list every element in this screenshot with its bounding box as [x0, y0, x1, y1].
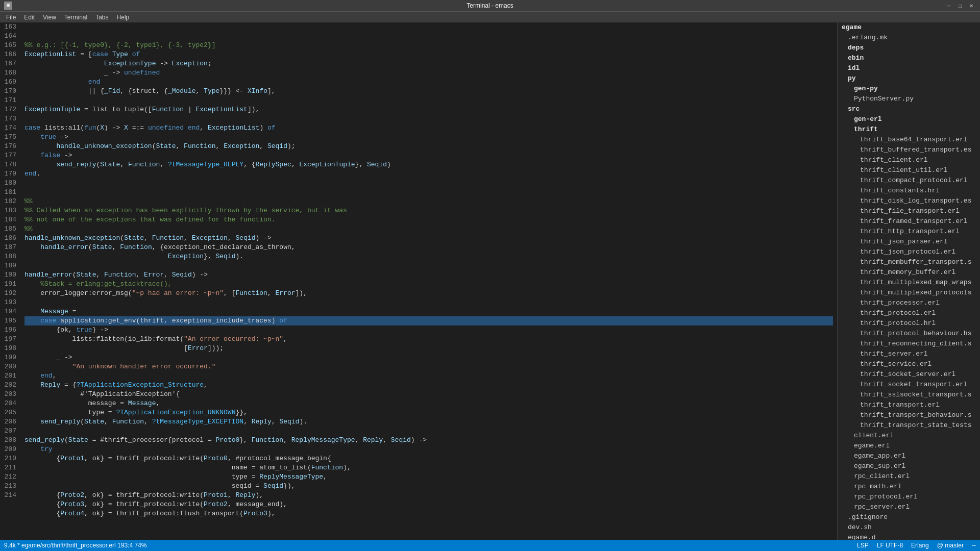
menu-item-view[interactable]: View	[39, 13, 60, 22]
code-line-202: message = Message,	[24, 399, 833, 408]
line-number-166: 166	[2, 50, 16, 59]
tree-item-gen-erl[interactable]: gen-erl	[838, 114, 980, 124]
code-line-166: _ -> undefined	[24, 68, 833, 78]
code-line-189: %Stack = erlang:get_stacktrace(),	[24, 280, 833, 289]
line-number-192: 192	[2, 289, 16, 298]
line-number-212: 212	[2, 472, 16, 482]
line-number-167: 167	[2, 59, 16, 68]
code-line-212: {Proto2, ok} = thrift_protocol:write(Pro…	[24, 491, 833, 500]
tree-item-thrift-json-protocol-erl[interactable]: thrift_json_protocol.erl	[838, 247, 980, 257]
tree-item-rpc-protocol-erl[interactable]: rpc_protocol.erl	[838, 492, 980, 502]
tree-item-egame-app-erl[interactable]: egame_app.erl	[838, 451, 980, 461]
line-number-174: 174	[2, 123, 16, 133]
tree-item-thrift-membuffer-transport-s[interactable]: thrift_membuffer_transport.s	[838, 257, 980, 267]
tree-item-thrift-transport-behaviour-s[interactable]: thrift_transport_behaviour.s	[838, 410, 980, 420]
code-line-180: %%	[24, 197, 833, 206]
line-number-177: 177	[2, 151, 16, 160]
tree-item-thrift-socket-transport-erl[interactable]: thrift_socket_transport.erl	[838, 380, 980, 390]
tree-item-thrift-sslsocket-transport-s[interactable]: thrift_sslsocket_transport.s	[838, 390, 980, 400]
code-line-208: {Proto1, ok} = thrift_protocol:write(Pro…	[24, 454, 833, 463]
code-line-173: true ->	[24, 133, 833, 142]
line-number-183: 183	[2, 206, 16, 215]
tree-item-thrift-transport-state-tests[interactable]: thrift_transport_state_tests	[838, 420, 980, 431]
line-number-171: 171	[2, 96, 16, 105]
tree-item-client-erl[interactable]: client.erl	[838, 431, 980, 441]
tree-item-thrift-framed-transport-erl[interactable]: thrift_framed_transport.erl	[838, 216, 980, 227]
tree-item-thrift-protocol-behaviour-hs[interactable]: thrift_protocol_behaviour.hs	[838, 329, 980, 339]
main-area: 1631641651661671681691701711721731741751…	[0, 22, 980, 540]
tree-item-thrift-json-parser-erl[interactable]: thrift_json_parser.erl	[838, 237, 980, 247]
tree-item-thrift-multiplexed-protocols[interactable]: thrift_multiplexed_protocols	[838, 288, 980, 298]
code-line-179	[24, 188, 833, 197]
tree-item-thrift-buffered-transport-es[interactable]: thrift_buffered_transport.es	[838, 145, 980, 155]
line-number-213: 213	[2, 482, 16, 491]
tree-item-deps[interactable]: deps	[838, 43, 980, 53]
tree-item-thrift-multiplexed-map-wraps[interactable]: thrift_multiplexed_map_wraps	[838, 278, 980, 288]
code-line-200: Reply = {?TApplicationException_Structur…	[24, 381, 833, 390]
code-line-209: name = atom_to_list(Function),	[24, 463, 833, 472]
tree-item-thrift-server-erl[interactable]: thrift_server.erl	[838, 349, 980, 359]
tree-item-rpc-client-erl[interactable]: rpc_client.erl	[838, 471, 980, 482]
line-number-189: 189	[2, 261, 16, 270]
code-line-207: try	[24, 445, 833, 454]
tree-item-thrift-base64-transport-erl[interactable]: thrift_base64_transport.erl	[838, 135, 980, 145]
tree-item-py[interactable]: py	[838, 73, 980, 84]
line-number-188: 188	[2, 252, 16, 261]
code-line-163: %% e.g.: [{-1, type0}, {-2, type1}, {-3,…	[24, 41, 833, 50]
tree-item-rpc-server-erl[interactable]: rpc_server.erl	[838, 502, 980, 512]
titlebar: ▣ Terminal - emacs ─ □ ✕	[0, 0, 980, 11]
tree-item-thrift-transport-erl[interactable]: thrift_transport.erl	[838, 400, 980, 410]
tree-item-thrift[interactable]: thrift	[838, 124, 980, 135]
maximize-button[interactable]: □	[955, 1, 965, 10]
menu-item-help[interactable]: Help	[113, 13, 134, 22]
close-button[interactable]: ✕	[967, 1, 976, 10]
code-line-193: case application:get_env(thrift, excepti…	[24, 316, 833, 325]
tree-item-egame[interactable]: egame	[838, 22, 980, 33]
tree-item-thrift-memory-buffer-erl[interactable]: thrift_memory_buffer.erl	[838, 267, 980, 278]
tree-item-thrift-file-transport-erl[interactable]: thrift_file_transport.erl	[838, 206, 980, 216]
line-number-190: 190	[2, 270, 16, 280]
tree-item-thrift-service-erl[interactable]: thrift_service.erl	[838, 359, 980, 369]
tree-item-gen-py[interactable]: gen-py	[838, 84, 980, 94]
tree-item-thrift-disk-log-transport-es[interactable]: thrift_disk_log_transport.es	[838, 196, 980, 206]
code-line-194: {ok, true} ->	[24, 325, 833, 335]
titlebar-icon: ▣	[4, 2, 12, 10]
code-area: 1631641651661671681691701711721731741751…	[0, 22, 837, 540]
tree-item-rpc-math-erl[interactable]: rpc_math.erl	[838, 482, 980, 492]
line-number-168: 168	[2, 68, 16, 78]
menu-item-edit[interactable]: Edit	[20, 13, 39, 22]
tree-item-idl[interactable]: idl	[838, 63, 980, 73]
tree-item-thrift-constants-hrl[interactable]: thrift_constants.hrl	[838, 186, 980, 196]
tree-item-thrift-client-util-erl[interactable]: thrift_client_util.erl	[838, 165, 980, 176]
tree-item--erlang-mk[interactable]: .erlang.mk	[838, 33, 980, 43]
tree-item-src[interactable]: src	[838, 104, 980, 114]
line-number-201: 201	[2, 371, 16, 381]
code-line-171	[24, 114, 833, 123]
code-content[interactable]: %% e.g.: [{-1, type0}, {-2, type1}, {-3,…	[20, 22, 837, 540]
menu-item-file[interactable]: File	[2, 13, 20, 22]
minimize-button[interactable]: ─	[944, 1, 953, 10]
code-line-175: false ->	[24, 151, 833, 160]
tree-item--gitignore[interactable]: .gitignore	[838, 512, 980, 522]
tree-item-thrift-socket-server-erl[interactable]: thrift_socket_server.erl	[838, 369, 980, 380]
tree-item-egame-sup-erl[interactable]: egame_sup.erl	[838, 461, 980, 471]
tree-item-pythonserver-py[interactable]: PythonServer.py	[838, 94, 980, 104]
tree-item-ebin[interactable]: ebin	[838, 53, 980, 63]
tree-item-dev-sh[interactable]: dev.sh	[838, 522, 980, 533]
line-number-184: 184	[2, 215, 16, 224]
tree-item-thrift-processor-erl[interactable]: thrift_processor.erl	[838, 298, 980, 308]
tree-item-egame-erl[interactable]: egame.erl	[838, 441, 980, 451]
code-line-203: type = ?TApplicationException_UNKNOWN}},	[24, 408, 833, 417]
code-line-214: {Proto4, ok} = thrift_protocol:flush_tra…	[24, 509, 833, 518]
tree-item-thrift-compact-protocol-erl[interactable]: thrift_compact_protocol.erl	[838, 176, 980, 186]
tree-item-thrift-protocol-erl[interactable]: thrift_protocol.erl	[838, 308, 980, 318]
tree-item-thrift-reconnecting-client-s[interactable]: thrift_reconnecting_client.s	[838, 339, 980, 349]
tree-item-thrift-client-erl[interactable]: thrift_client.erl	[838, 155, 980, 165]
code-line-167: end	[24, 78, 833, 87]
menu-item-tabs[interactable]: Tabs	[91, 13, 112, 22]
tree-item-thrift-protocol-hrl[interactable]: thrift_protocol.hrl	[838, 318, 980, 329]
tree-item-egame-d[interactable]: egame.d	[838, 533, 980, 540]
tree-item-thrift-http-transport-erl[interactable]: thrift_http_transport.erl	[838, 227, 980, 237]
code-line-206: send_reply(State = #thrift_processor{pro…	[24, 436, 833, 445]
menu-item-terminal[interactable]: Terminal	[60, 13, 91, 22]
